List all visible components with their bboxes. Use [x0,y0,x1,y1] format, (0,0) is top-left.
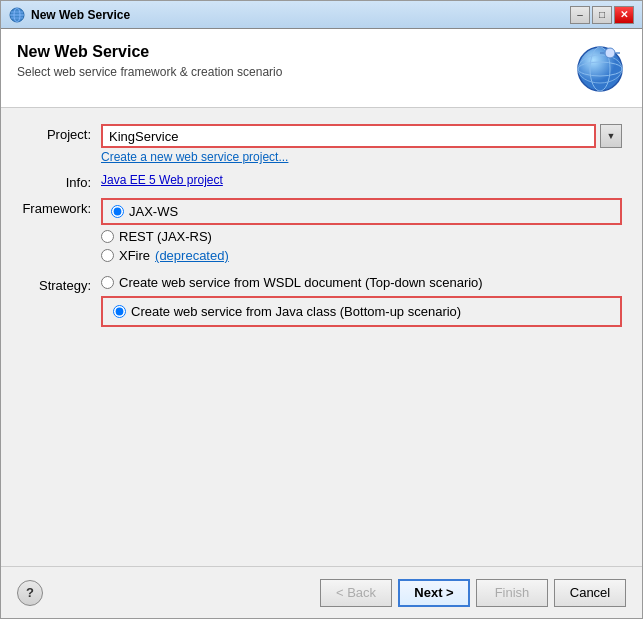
help-button[interactable]: ? [17,580,43,606]
project-label: Project: [21,124,101,142]
project-input-row: ▼ [101,124,622,148]
window-title: New Web Service [31,8,570,22]
framework-label: Framework: [21,198,101,216]
cancel-button[interactable]: Cancel [554,579,626,607]
strategy-topdown-item[interactable]: Create web service from WSDL document (T… [101,275,622,290]
framework-xfire-deprecated: (deprecated) [155,248,229,263]
framework-options: JAX-WS REST (JAX-RS) XFire (deprecated) [101,198,622,263]
framework-jaxws-label: JAX-WS [129,204,178,219]
info-label: Info: [21,172,101,190]
project-input[interactable] [101,124,596,148]
footer-buttons: < Back Next > Finish Cancel [320,579,626,607]
dialog-title: New Web Service [17,43,574,61]
framework-rest-radio[interactable] [101,230,114,243]
strategy-options: Create web service from WSDL document (T… [101,275,622,327]
framework-jaxws-radio[interactable] [111,205,124,218]
content-area: Project: ▼ Create a new web service proj… [1,108,642,566]
minimize-button[interactable]: – [570,6,590,24]
header-text: New Web Service Select web service frame… [17,43,574,79]
maximize-button[interactable]: □ [592,6,612,24]
strategy-topdown-radio[interactable] [101,276,114,289]
globe-icon [574,43,626,95]
framework-radio-group: JAX-WS REST (JAX-RS) XFire (deprecated) [101,198,622,263]
project-control: ▼ Create a new web service project... [101,124,622,164]
strategy-label: Strategy: [21,275,101,293]
footer-left: ? [17,580,43,606]
framework-rest-item[interactable]: REST (JAX-RS) [101,229,622,244]
project-dropdown-button[interactable]: ▼ [600,124,622,148]
back-button[interactable]: < Back [320,579,392,607]
strategy-topdown-label: Create web service from WSDL document (T… [119,275,483,290]
strategy-radio-group: Create web service from WSDL document (T… [101,275,622,327]
window-icon [9,7,25,23]
svg-point-9 [605,48,615,58]
strategy-bottomup-label: Create web service from Java class (Bott… [131,304,461,319]
framework-jaxws-item[interactable]: JAX-WS [111,204,612,219]
dialog-header: New Web Service Select web service frame… [1,29,642,108]
dialog-subtitle: Select web service framework & creation … [17,65,574,79]
framework-rest-label: REST (JAX-RS) [119,229,212,244]
strategy-bottomup-box: Create web service from Java class (Bott… [101,296,622,327]
project-row: Project: ▼ Create a new web service proj… [21,124,622,164]
framework-row: Framework: JAX-WS REST (JAX-RS) [21,198,622,263]
next-button[interactable]: Next > [398,579,470,607]
finish-button[interactable]: Finish [476,579,548,607]
info-row: Info: Java EE 5 Web project [21,172,622,190]
create-project-link[interactable]: Create a new web service project... [101,148,622,164]
window-controls: – □ ✕ [570,6,634,24]
framework-xfire-label: XFire [119,248,150,263]
strategy-bottomup-item[interactable]: Create web service from Java class (Bott… [113,304,461,319]
close-button[interactable]: ✕ [614,6,634,24]
footer: ? < Back Next > Finish Cancel [1,566,642,618]
strategy-bottomup-radio[interactable] [113,305,126,318]
framework-xfire-item[interactable]: XFire (deprecated) [101,248,622,263]
framework-jaxws-box: JAX-WS [101,198,622,225]
main-window: New Web Service – □ ✕ New Web Service Se… [0,0,643,619]
info-value: Java EE 5 Web project [101,172,622,187]
framework-xfire-radio[interactable] [101,249,114,262]
titlebar: New Web Service – □ ✕ [1,1,642,29]
strategy-row: Strategy: Create web service from WSDL d… [21,275,622,327]
